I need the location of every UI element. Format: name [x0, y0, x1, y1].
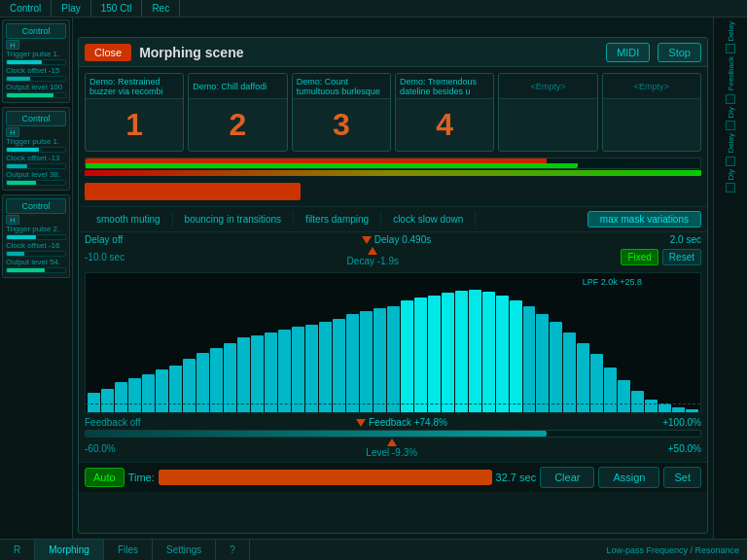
feedback-triangle	[356, 419, 366, 427]
midi-button[interactable]: MIDI	[606, 43, 650, 62]
time-slider[interactable]	[159, 470, 492, 485]
control-button-2[interactable]: Control	[6, 111, 66, 126]
clock-label-1: Clock offset -15	[6, 66, 66, 75]
clock-slider-3[interactable]	[6, 251, 66, 257]
chart-bar	[523, 306, 536, 412]
delay-checkbox-1[interactable]	[726, 44, 735, 53]
chart-bar	[536, 314, 549, 412]
sidebar-section-1: Control H Trigger pulse 1. Clock offset …	[2, 19, 70, 103]
max-mask-option[interactable]: max mask variations	[587, 211, 701, 228]
dly-label-right: Dly	[727, 107, 735, 119]
feedback-label-right: Feedback	[727, 56, 735, 90]
chart-bar	[686, 409, 698, 412]
chart-area: LPF 2.0k +25.8	[85, 272, 701, 413]
feedback-row-1: Feedback off Feedback +74.8% +100.0%	[85, 417, 701, 428]
fixed-button[interactable]: Fixed	[621, 249, 658, 265]
control-button-1[interactable]: Control	[6, 23, 66, 39]
feedback-checkbox-1[interactable]	[726, 94, 735, 104]
assign-button[interactable]: Assign	[598, 467, 659, 488]
scene-slot-6[interactable]: <Empty>	[602, 73, 701, 152]
filters-option[interactable]: filters damping	[294, 212, 381, 227]
scene-slot-4[interactable]: Demo: Tremendous dateline besides u 4	[395, 73, 494, 152]
clock-slider-1[interactable]	[6, 76, 66, 82]
level-area-feedback: Level -9.3%	[366, 438, 417, 458]
trigger-label-1: Trigger pulse 1.	[6, 50, 66, 58]
level-area	[79, 156, 707, 179]
scene-slot-1[interactable]: Demo: Restrained buzzer via recombi 1	[85, 73, 184, 152]
range-left-feedback: -60.0%	[85, 443, 116, 454]
orange-bar-area	[79, 181, 707, 202]
clock-slider-2[interactable]	[6, 163, 66, 169]
h-button-1[interactable]: H	[6, 40, 19, 50]
output-label-2: Output level 38.	[6, 170, 66, 179]
chart-bar	[577, 343, 589, 412]
time-label: Time:	[128, 472, 155, 483]
feedback-slider[interactable]	[85, 430, 701, 438]
nav-item-files[interactable]: Files	[104, 540, 153, 560]
rec-label[interactable]: Rec	[142, 0, 180, 17]
trigger-label-3: Trigger pulse 2.	[6, 225, 66, 233]
dly-checkbox-1[interactable]	[726, 121, 735, 130]
delay-checkbox-2[interactable]	[726, 157, 735, 166]
clock-option[interactable]: clock slow down	[381, 212, 476, 227]
bottom-controls: Auto Time: 32.7 sec Clear Assign Set	[79, 462, 707, 492]
stop-button[interactable]: Stop	[658, 43, 701, 62]
orange-bar	[85, 183, 301, 200]
delay-label-right: Delay	[727, 21, 735, 41]
time-right-value: 2.0 sec	[670, 234, 701, 245]
clear-button[interactable]: Clear	[540, 467, 594, 488]
chart-bar	[292, 327, 304, 412]
chart-bar	[387, 306, 400, 412]
clock-label-2: Clock offset -13	[6, 154, 66, 162]
scene-slots: Demo: Restrained buzzer via recombi 1 De…	[79, 67, 707, 156]
scene-slot-2[interactable]: Demo: Chill daffodi 2	[188, 73, 287, 152]
nav-item-morphing[interactable]: Morphing	[35, 540, 104, 560]
chart-bar	[156, 369, 168, 412]
decay-label: Decay -1.9s	[347, 256, 399, 266]
chart-bar	[237, 337, 250, 412]
smooth-muting-option[interactable]: smooth muting	[85, 212, 173, 227]
dly-checkbox-2[interactable]	[726, 183, 735, 192]
chart-bar	[469, 290, 481, 412]
nav-item-r[interactable]: R	[0, 540, 35, 560]
output-slider-2[interactable]	[6, 180, 66, 186]
h-button-3[interactable]: H	[6, 215, 19, 225]
range-left-label: -10.0 sec	[85, 252, 124, 262]
chart-bars	[86, 273, 700, 412]
delay-triangle	[362, 236, 372, 244]
trigger-slider-1[interactable]	[6, 59, 66, 65]
nav-item-settings[interactable]: Settings	[153, 540, 216, 560]
output-slider-3[interactable]	[6, 267, 66, 273]
set-button[interactable]: Set	[663, 467, 701, 488]
reset-button[interactable]: Reset	[662, 249, 701, 265]
top-bar: Control Play 150 Ctl Rec	[0, 0, 747, 18]
close-button[interactable]: Close	[85, 44, 131, 61]
chart-bar	[265, 332, 277, 412]
trigger-slider-2[interactable]	[6, 147, 66, 153]
chart-bar	[496, 296, 509, 412]
chart-bar	[455, 291, 468, 412]
output-slider-1[interactable]	[6, 92, 66, 98]
trigger-slider-3[interactable]	[6, 234, 66, 240]
control-label[interactable]: Control	[0, 0, 52, 17]
nav-item-help[interactable]: ?	[216, 540, 250, 560]
play-label[interactable]: Play	[52, 0, 90, 17]
chart-bar	[319, 322, 332, 412]
main-content: Close Morphing scene MIDI Stop Demo: Res…	[73, 18, 713, 539]
scene-slot-name-3: Demo: Count tumultuous burlesque	[293, 74, 390, 99]
chart-bar	[631, 391, 644, 412]
scene-slot-number-2: 2	[189, 99, 286, 151]
envelope-row-1: Delay off Delay 0.490s 2.0 sec	[85, 234, 701, 245]
scene-slot-name-6: <Empty>	[603, 74, 700, 99]
auto-button[interactable]: Auto	[85, 468, 124, 487]
chart-bar	[618, 380, 630, 412]
feedback-fill	[86, 431, 547, 437]
scene-slot-5[interactable]: <Empty>	[498, 73, 597, 152]
bouncing-option[interactable]: bouncing in transitions	[173, 212, 295, 227]
h-button-2[interactable]: H	[6, 127, 19, 137]
panel-title: Morphing scene	[139, 45, 598, 60]
control-button-3[interactable]: Control	[6, 198, 66, 214]
scene-slot-3[interactable]: Demo: Count tumultuous burlesque 3	[292, 73, 391, 152]
level-label: Level -9.3%	[366, 447, 417, 458]
right-sidebar: Delay Feedback Dly Delay Dly	[713, 18, 747, 539]
